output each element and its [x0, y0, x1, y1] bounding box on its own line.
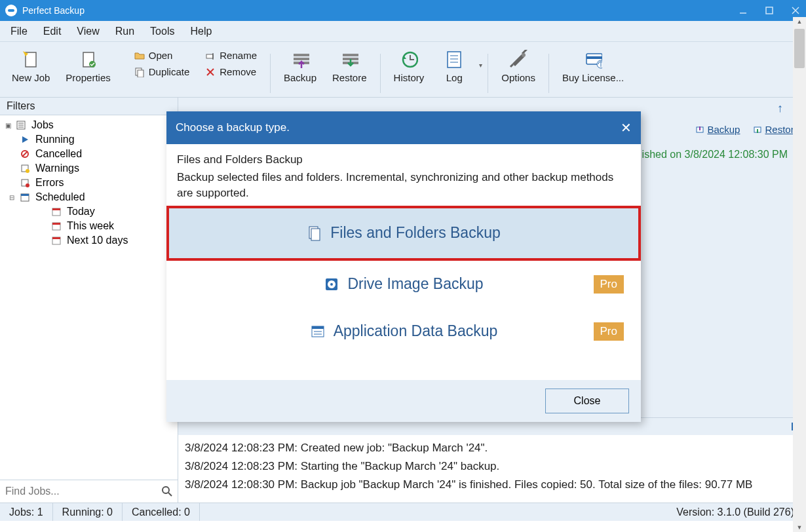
menubar: File Edit View Run Tools Help — [0, 21, 806, 42]
cancelled-icon — [20, 149, 30, 159]
new-job-icon — [22, 50, 40, 69]
backup-type-dialog: Choose a backup type. ✕ Files and Folder… — [166, 111, 641, 422]
titlebar: Perfect Backup — [0, 0, 806, 21]
restore-button[interactable]: Restore — [324, 46, 375, 87]
dialog-description: Files and Folders Backup Backup selected… — [166, 144, 641, 206]
svg-rect-14 — [294, 54, 309, 56]
appdata-icon — [310, 324, 326, 339]
options-button[interactable]: Options — [493, 46, 543, 87]
window-controls — [738, 5, 801, 16]
open-button[interactable]: Open — [132, 48, 193, 62]
duplicate-icon — [134, 67, 145, 77]
app-title: Perfect Backup — [22, 5, 85, 16]
tree-running[interactable]: Running — [0, 132, 178, 147]
tree-warnings[interactable]: Warnings — [0, 161, 178, 176]
tree-errors[interactable]: Errors — [0, 176, 178, 190]
folder-open-icon — [134, 50, 145, 61]
job-backup-link[interactable]: Backup — [695, 124, 740, 135]
log-icon — [445, 50, 463, 69]
log-panel: 3/8/2024 12:08:23 PM: Created new job: "… — [178, 417, 806, 503]
tree-cancelled[interactable]: Cancelled — [0, 147, 178, 161]
search-input[interactable] — [3, 483, 159, 500]
tree-jobs[interactable]: ▣Jobs — [0, 118, 178, 132]
svg-point-60 — [330, 283, 333, 286]
log-button[interactable]: Log — [432, 46, 476, 87]
log-body[interactable]: 3/8/2024 12:08:23 PM: Created new job: "… — [178, 435, 806, 503]
menu-help[interactable]: Help — [183, 23, 218, 40]
tree-thisweek[interactable]: This week — [0, 219, 178, 233]
nav-up-icon[interactable]: ↑ — [777, 102, 783, 115]
drive-icon — [324, 276, 339, 292]
statusbar: Jobs: 1 Running: 0 Cancelled: 0 Version:… — [0, 503, 806, 521]
dialog-close-icon[interactable]: ✕ — [621, 120, 632, 136]
options-icon — [509, 50, 528, 69]
remove-button[interactable]: Remove — [202, 65, 259, 79]
pro-badge: Pro — [594, 275, 624, 294]
menu-file[interactable]: File — [4, 23, 34, 40]
backup-button[interactable]: Backup — [276, 46, 324, 87]
svg-marker-34 — [22, 136, 28, 143]
buy-license-button[interactable]: Buy License... — [554, 46, 632, 87]
calendar-icon — [51, 221, 62, 231]
sidebar: Filters ▣Jobs Running Cancelled Warnings… — [0, 98, 178, 503]
option-files-folders[interactable]: Files and Folders Backup — [166, 206, 641, 261]
rename-button[interactable]: Rename — [202, 48, 259, 62]
history-button[interactable]: History — [386, 46, 432, 87]
warnings-icon — [20, 163, 30, 174]
history-icon — [400, 50, 418, 69]
remove-icon — [205, 67, 216, 77]
svg-point-40 — [26, 183, 29, 187]
rename-icon — [205, 50, 216, 61]
properties-button[interactable]: Properties — [58, 46, 118, 87]
duplicate-button[interactable]: Duplicate — [132, 65, 193, 79]
tree-next10[interactable]: Next 10 days — [0, 233, 178, 248]
svg-rect-10 — [206, 54, 213, 58]
svg-rect-46 — [52, 223, 60, 225]
svg-rect-1 — [766, 7, 773, 14]
filters-tree: ▣Jobs Running Cancelled Warnings Errors … — [0, 115, 178, 480]
errors-icon — [20, 178, 30, 188]
job-status: ished on 3/8/2024 12:08:30 PM — [642, 149, 788, 161]
tree-today[interactable]: Today — [0, 204, 178, 219]
log-scrollbar[interactable]: ▲ ▼ — [793, 17, 806, 532]
search-row — [0, 480, 178, 503]
maximize-button[interactable] — [764, 5, 775, 16]
svg-rect-15 — [294, 58, 309, 60]
search-icon[interactable] — [159, 484, 175, 499]
files-icon — [307, 225, 322, 241]
svg-rect-21 — [448, 52, 461, 67]
svg-point-49 — [163, 487, 169, 493]
dialog-options: Files and Folders Backup Drive Image Bac… — [166, 206, 641, 380]
svg-rect-42 — [21, 194, 29, 196]
filters-header: Filters — [0, 98, 178, 115]
dialog-footer: Close — [166, 380, 641, 422]
scroll-down-icon[interactable]: ▼ — [793, 524, 806, 531]
tree-scheduled[interactable]: ⊟Scheduled — [0, 190, 178, 204]
menu-tools[interactable]: Tools — [144, 23, 181, 40]
running-icon — [20, 134, 30, 145]
status-cancelled: Cancelled: 0 — [123, 503, 200, 521]
backup-icon — [291, 50, 309, 69]
minimize-button[interactable] — [738, 5, 748, 16]
pro-badge: Pro — [594, 322, 624, 341]
menu-view[interactable]: View — [70, 23, 106, 40]
svg-point-38 — [26, 169, 29, 173]
option-app-data[interactable]: Application Data Backup Pro — [166, 308, 641, 355]
dialog-close-button[interactable]: Close — [545, 389, 629, 413]
menu-edit[interactable]: Edit — [37, 23, 68, 40]
log-dropdown-icon[interactable]: ▾ — [479, 62, 482, 69]
status-version: Version: 3.1.0 (Build 276) — [676, 506, 806, 518]
status-jobs: Jobs: 1 — [0, 503, 53, 521]
option-drive-image[interactable]: Drive Image Backup Pro — [166, 261, 641, 308]
svg-rect-17 — [343, 54, 358, 56]
properties-icon — [79, 50, 98, 69]
svg-rect-27 — [586, 56, 602, 59]
scroll-up-icon[interactable]: ▲ — [793, 18, 806, 25]
menu-run[interactable]: Run — [109, 23, 141, 40]
scroll-thumb[interactable] — [794, 29, 805, 68]
calendar-icon — [51, 206, 62, 217]
new-job-button[interactable]: New Job — [4, 46, 58, 87]
log-line: 3/8/2024 12:08:23 PM: Starting the "Back… — [185, 457, 799, 476]
svg-point-25 — [522, 53, 526, 57]
close-button[interactable] — [790, 5, 801, 16]
